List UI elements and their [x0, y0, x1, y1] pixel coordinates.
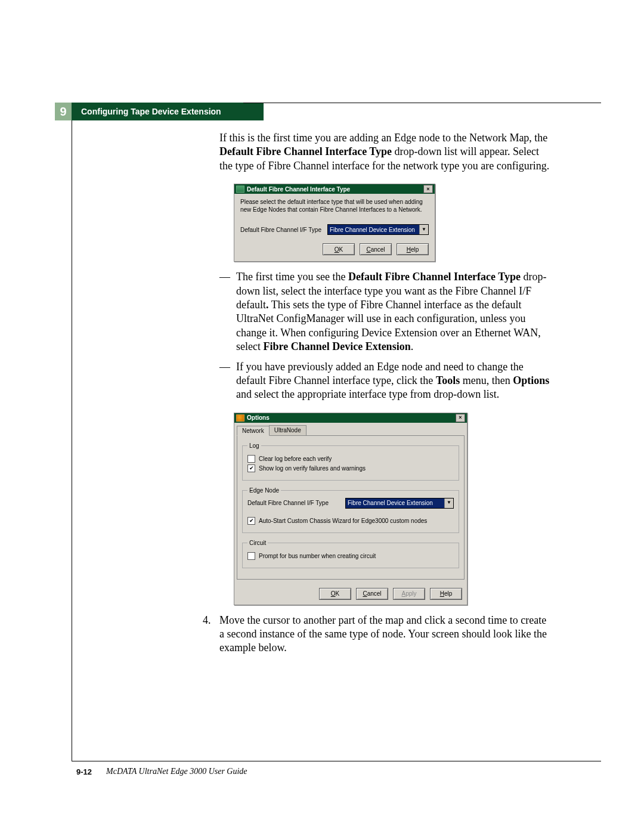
- intro-paragraph: If this is the first time you are adding…: [219, 131, 553, 173]
- intro-t1: If this is the first time you are adding…: [219, 132, 547, 144]
- checkbox-icon: [247, 552, 255, 560]
- step-4-text: Move the cursor to another part of the m…: [219, 614, 553, 655]
- group-log: Log Clear log before each verify ✔ Show …: [242, 442, 459, 481]
- chapter-number: 9: [55, 103, 72, 120]
- dialog1-titlebar: Default Fibre Channel Interface Type ×: [234, 184, 435, 194]
- step-4-num: 4.: [203, 614, 219, 655]
- page-footer: 9-12 McDATA UltraNet Edge 3000 User Guid…: [76, 767, 247, 776]
- body-content: If this is the first time you are adding…: [219, 131, 553, 655]
- default-fc-type-dialog: Default Fibre Channel Interface Type × P…: [234, 184, 435, 262]
- dash-list: — The first time you see the Default Fib…: [219, 270, 553, 402]
- edge-fc-type-dropdown[interactable]: Fibre Channel Device Extension ▼: [345, 498, 454, 509]
- tabs: Network UltraNode: [234, 423, 467, 435]
- default-fc-type-dropdown[interactable]: Fibre Channel Device Extension ▼: [327, 224, 429, 235]
- ok-button[interactable]: OK: [323, 243, 355, 255]
- cancel-button[interactable]: Cancel: [360, 243, 392, 255]
- dialog1-message: Please select the default interface type…: [240, 199, 429, 213]
- step-4: 4. Move the cursor to another part of th…: [203, 614, 553, 655]
- group-circuit: Circuit Prompt for bus number when creat…: [242, 539, 459, 568]
- chevron-down-icon[interactable]: ▼: [444, 498, 453, 508]
- dialog1-title: Default Fibre Channel Interface Type: [247, 185, 350, 193]
- footer-rule: [72, 761, 601, 761]
- checkbox-show-log[interactable]: ✔ Show log on verify failures and warnin…: [247, 465, 454, 472]
- tab-ultranode[interactable]: UltraNode: [269, 425, 306, 435]
- group-edge-node: Edge Node Default Fibre Channel I/F Type…: [242, 487, 459, 533]
- intro-bold1: Default Fibre Channel Interface Type: [219, 145, 392, 157]
- apply-button[interactable]: Apply: [393, 588, 425, 600]
- options-dialog: Options × Network UltraNode Log Clear lo…: [234, 413, 467, 605]
- checkbox-icon: [247, 455, 255, 463]
- group-edge-legend: Edge Node: [247, 487, 281, 494]
- dash-item-1: — The first time you see the Default Fib…: [219, 270, 553, 354]
- guide-title: McDATA UltraNet Edge 3000 User Guide: [106, 767, 247, 776]
- dash2-body: If you have previously added an Edge nod…: [236, 360, 553, 402]
- left-margin-rule: [72, 103, 72, 761]
- options-icon: [236, 414, 244, 422]
- dash1-body: The first time you see the Default Fibre…: [236, 270, 553, 354]
- dash-item-2: — If you have previously added an Edge n…: [219, 360, 553, 402]
- ok-button[interactable]: OK: [319, 588, 351, 600]
- chapter-rule: [243, 103, 601, 103]
- tab-pane: Log Clear log before each verify ✔ Show …: [237, 435, 465, 580]
- chevron-down-icon[interactable]: ▼: [419, 225, 428, 234]
- help-button[interactable]: Help: [397, 243, 429, 255]
- dropdown-selected: Fibre Channel Device Extension: [328, 225, 419, 234]
- checkbox-icon: ✔: [247, 465, 255, 472]
- label-if-type: Default Fibre Channel I/F Type: [247, 499, 329, 507]
- checkbox-autostart[interactable]: ✔ Auto-Start Custom Chassis Wizard for E…: [247, 517, 454, 525]
- dialog1-label: Default Fibre Channel I/F Type: [240, 226, 321, 234]
- page-number: 9-12: [76, 767, 92, 776]
- checkbox-prompt-bus[interactable]: Prompt for bus number when creating circ…: [247, 552, 454, 560]
- checkbox-icon: ✔: [247, 517, 255, 525]
- dash-mark: —: [219, 270, 236, 354]
- group-circuit-legend: Circuit: [247, 539, 268, 547]
- chapter-bar: 9 Configuring Tape Device Extension: [55, 103, 264, 120]
- group-log-legend: Log: [247, 442, 261, 450]
- close-icon[interactable]: ×: [456, 414, 465, 422]
- checkbox-clear-log[interactable]: Clear log before each verify: [247, 455, 454, 463]
- dropdown-selected: Fibre Channel Device Extension: [346, 498, 444, 508]
- help-button[interactable]: Help: [430, 588, 462, 600]
- dialog2-title: Options: [247, 414, 270, 422]
- close-icon[interactable]: ×: [423, 185, 433, 193]
- dialog2-titlebar: Options ×: [234, 413, 467, 423]
- dash-mark: —: [219, 360, 236, 402]
- cancel-button[interactable]: Cancel: [356, 588, 388, 600]
- tab-network[interactable]: Network: [237, 426, 270, 436]
- chapter-title: Configuring Tape Device Extension: [72, 103, 264, 120]
- dialog1-icon: [236, 185, 244, 193]
